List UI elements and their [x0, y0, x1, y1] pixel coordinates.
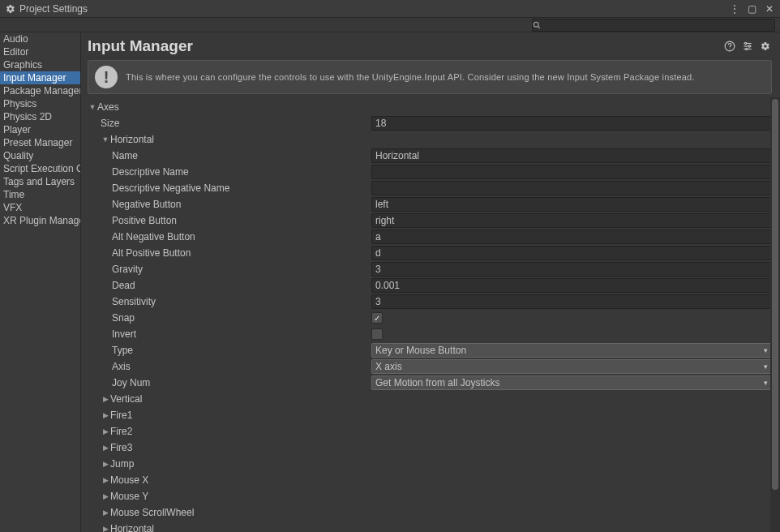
- axis-header-label: Jump: [110, 458, 134, 470]
- descriptive-name-label: Descriptive Name: [112, 166, 371, 178]
- settings-gear-icon[interactable]: [759, 40, 772, 53]
- invert-checkbox[interactable]: [371, 328, 383, 340]
- foldout-arrow-icon: ▶: [101, 508, 110, 517]
- axis-header-collapsed[interactable]: ▶Mouse X: [83, 472, 775, 488]
- descriptive-name-input[interactable]: [371, 165, 772, 179]
- sidebar-item[interactable]: Physics: [0, 97, 80, 110]
- sensitivity-input[interactable]: [371, 294, 772, 309]
- chevron-down-icon: ▾: [764, 346, 768, 354]
- foldout-arrow-icon: ▶: [101, 525, 110, 532]
- gear-icon: [5, 3, 16, 15]
- invert-label: Invert: [112, 328, 371, 340]
- alt-negative-button-input[interactable]: [371, 230, 772, 244]
- name-label: Name: [112, 150, 371, 161]
- axis-header-label: Fire2: [110, 426, 132, 437]
- snap-checkbox[interactable]: ✓: [371, 312, 383, 324]
- sidebar-item[interactable]: Tags and Layers: [0, 175, 80, 188]
- axis-header-label: Vertical: [110, 393, 142, 405]
- negative-button-label: Negative Button: [112, 199, 371, 210]
- sensitivity-row: Sensitivity: [83, 294, 775, 310]
- type-label: Type: [112, 345, 371, 356]
- window-close-icon[interactable]: ✕: [764, 3, 775, 15]
- foldout-arrow-icon: ▶: [101, 444, 110, 452]
- sidebar-item[interactable]: VFX: [0, 201, 80, 214]
- search-icon: [533, 21, 547, 29]
- type-dropdown[interactable]: Key or Mouse Button▾: [371, 343, 772, 358]
- axis-header-collapsed[interactable]: ▶Horizontal: [83, 521, 775, 532]
- search-input[interactable]: [547, 19, 774, 31]
- sidebar-item[interactable]: Player: [0, 123, 80, 136]
- axis-header-label: Fire1: [110, 410, 132, 421]
- sensitivity-label: Sensitivity: [112, 296, 371, 307]
- gravity-row: Gravity: [83, 261, 775, 277]
- sidebar-item[interactable]: Graphics: [0, 58, 80, 71]
- gravity-label: Gravity: [112, 264, 371, 275]
- sidebar-item[interactable]: Script Execution Order: [0, 162, 80, 175]
- axis-header-collapsed[interactable]: ▶Fire1: [83, 407, 775, 423]
- sidebar-item[interactable]: Preset Manager: [0, 136, 80, 149]
- alt-positive-button-row: Alt Positive Button: [83, 245, 775, 261]
- gravity-input[interactable]: [371, 262, 772, 277]
- axis-header-collapsed[interactable]: ▶Fire3: [83, 440, 775, 456]
- axis-header-collapsed[interactable]: ▶Mouse ScrollWheel: [83, 504, 775, 521]
- descriptive-negative-name-row: Descriptive Negative Name: [83, 180, 775, 196]
- positive-button-input[interactable]: [371, 213, 772, 228]
- alt-positive-button-label: Alt Positive Button: [112, 247, 371, 259]
- axis-header-collapsed[interactable]: ▶Jump: [83, 456, 775, 472]
- titlebar: Project Settings ⋮ ▢ ✕: [0, 0, 780, 18]
- window-menu-icon[interactable]: ⋮: [729, 3, 740, 15]
- joy-num-label: Joy Num: [112, 377, 371, 388]
- svg-point-8: [748, 45, 750, 47]
- negative-button-row: Negative Button: [83, 196, 775, 212]
- search-box[interactable]: [532, 19, 775, 32]
- sidebar-item[interactable]: Input Manager: [0, 71, 80, 84]
- axis-header-collapsed[interactable]: ▶Fire2: [83, 423, 775, 440]
- descriptive-negative-name-input[interactable]: [371, 181, 772, 195]
- size-label: Size: [101, 118, 371, 129]
- sidebar-item[interactable]: Audio: [0, 32, 80, 45]
- axis-header-horizontal[interactable]: ▼ Horizontal: [83, 131, 775, 148]
- sidebar-item[interactable]: Package Manager: [0, 84, 80, 97]
- sidebar-item[interactable]: Physics 2D: [0, 110, 80, 123]
- axis-row: AxisX axis▾: [83, 358, 775, 375]
- sidebar-item[interactable]: Editor: [0, 45, 80, 58]
- alt-negative-button-row: Alt Negative Button: [83, 229, 775, 245]
- scrollbar-thumb[interactable]: [772, 99, 778, 490]
- toolbar: [0, 18, 780, 32]
- sidebar: AudioEditorGraphicsInput ManagerPackage …: [0, 32, 81, 532]
- axis-header-collapsed[interactable]: ▶Vertical: [83, 391, 775, 407]
- axes-section-header[interactable]: ▼ Axes: [83, 99, 775, 115]
- help-icon[interactable]: [723, 40, 736, 53]
- joy-num-dropdown[interactable]: Get Motion from all Joysticks▾: [371, 375, 772, 390]
- preset-icon[interactable]: [741, 40, 754, 53]
- info-box: ! This is where you can configure the co…: [88, 60, 772, 94]
- axis-header-label: Horizontal: [110, 523, 154, 532]
- sidebar-item[interactable]: XR Plugin Management: [0, 214, 80, 227]
- foldout-arrow-icon: ▶: [101, 395, 110, 403]
- svg-line-1: [538, 26, 540, 28]
- axis-dropdown[interactable]: X axis▾: [371, 359, 772, 374]
- window-maximize-icon[interactable]: ▢: [747, 3, 758, 15]
- chevron-down-icon: ▾: [764, 363, 768, 371]
- vertical-scrollbar[interactable]: [770, 97, 780, 532]
- info-message: This is where you can configure the cont…: [126, 72, 695, 82]
- foldout-arrow-icon: ▶: [101, 476, 110, 484]
- positive-button-row: Positive Button: [83, 212, 775, 229]
- dead-row: Dead: [83, 277, 775, 294]
- size-input[interactable]: [371, 116, 772, 131]
- svg-point-0: [534, 22, 538, 27]
- sidebar-item[interactable]: Time: [0, 188, 80, 201]
- axis-header-collapsed[interactable]: ▶Mouse Y: [83, 488, 775, 504]
- name-input[interactable]: [371, 148, 772, 163]
- main-header: Input Manager: [81, 32, 780, 60]
- page-title: Input Manager: [88, 37, 718, 55]
- axis-header-label: Horizontal: [110, 134, 154, 145]
- svg-point-7: [745, 42, 747, 44]
- foldout-arrow-icon: ▶: [101, 460, 110, 468]
- invert-row: Invert: [83, 326, 775, 342]
- negative-button-input[interactable]: [371, 197, 772, 212]
- foldout-arrow-icon: ▶: [101, 427, 110, 435]
- alt-positive-button-input[interactable]: [371, 246, 772, 260]
- sidebar-item[interactable]: Quality: [0, 149, 80, 162]
- dead-input[interactable]: [371, 278, 772, 293]
